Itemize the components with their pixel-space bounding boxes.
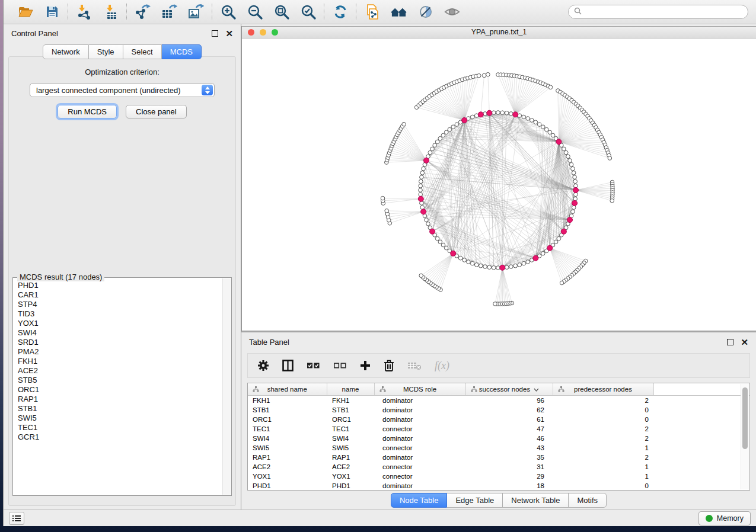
minimize-window-icon[interactable] xyxy=(260,29,266,36)
network-canvas[interactable] xyxy=(242,39,756,331)
table-row[interactable]: SWI4SWI4dominator462 xyxy=(248,434,749,443)
column-header-predecessor-nodes[interactable]: predecessor nodes xyxy=(553,383,653,396)
cell-name: ORC1 xyxy=(327,415,374,424)
criterion-dropdown[interactable]: largest connected component (undirected) xyxy=(30,83,215,97)
float-table-panel-icon[interactable] xyxy=(727,339,733,345)
close-panel-icon[interactable]: ✕ xyxy=(225,29,233,38)
cell-filler xyxy=(653,396,749,406)
table-row[interactable]: YOX1YOX1connector291 xyxy=(248,472,749,481)
cell-mcds-role: connector xyxy=(374,472,465,481)
zoom-out-icon[interactable] xyxy=(247,4,263,20)
deselect-all-rows-icon[interactable] xyxy=(333,361,347,370)
node-table-grid[interactable]: shared namenameMCDS rolesuccessor nodesp… xyxy=(248,383,749,491)
tab-motifs[interactable]: Motifs xyxy=(569,493,607,508)
table-row[interactable]: PHD1PHD1dominator180 xyxy=(248,481,749,491)
mcds-result-item[interactable]: GCR1 xyxy=(18,432,222,442)
mcds-result-item[interactable]: ACE2 xyxy=(18,366,222,376)
table-row[interactable]: ACE2ACE2connector311 xyxy=(248,462,749,472)
mcds-result-item[interactable]: STP4 xyxy=(18,300,222,309)
cell-predecessor-nodes: 1 xyxy=(553,462,653,472)
export-table-icon[interactable] xyxy=(161,4,177,20)
task-history-button[interactable] xyxy=(9,512,24,525)
cell-predecessor-nodes: 0 xyxy=(553,405,653,415)
import-network-icon[interactable] xyxy=(76,4,92,20)
select-all-rows-icon[interactable] xyxy=(307,361,320,370)
refresh-view-icon[interactable] xyxy=(332,4,348,20)
tab-node-table[interactable]: Node Table xyxy=(391,493,448,508)
zoom-in-icon[interactable] xyxy=(220,4,236,20)
save-session-icon[interactable] xyxy=(44,4,60,20)
search-box[interactable] xyxy=(568,5,748,19)
tab-style[interactable]: Style xyxy=(89,44,123,59)
hide-graphics-details-icon[interactable] xyxy=(417,4,433,20)
mcds-result-scrollbar[interactable] xyxy=(222,278,231,495)
column-header-shared-name[interactable]: shared name xyxy=(248,383,327,396)
float-panel-icon[interactable] xyxy=(212,30,218,37)
network-window: YPA_prune.txt_1 xyxy=(241,26,756,331)
main-toolbar xyxy=(4,0,756,24)
network-window-titlebar[interactable]: YPA_prune.txt_1 xyxy=(242,27,756,39)
mcds-result-item[interactable]: SRD1 xyxy=(18,338,222,347)
mcds-result-item[interactable]: SWI5 xyxy=(18,414,222,423)
mcds-result-item[interactable]: STB5 xyxy=(18,376,222,385)
export-image-icon[interactable] xyxy=(188,4,204,20)
tab-mcds[interactable]: MCDS xyxy=(162,44,202,59)
table-row[interactable]: FKH1FKH1dominator962 xyxy=(248,396,749,406)
export-network-icon[interactable] xyxy=(135,4,151,20)
cell-name: ACE2 xyxy=(327,462,374,472)
close-table-panel-icon[interactable]: ✕ xyxy=(741,338,748,347)
memory-button[interactable]: Memory xyxy=(698,511,751,525)
cell-mcds-role: dominator xyxy=(374,453,465,462)
table-scrollbar-thumb[interactable] xyxy=(742,387,748,449)
mcds-result-item[interactable]: TEC1 xyxy=(18,423,222,432)
tab-network-table[interactable]: Network Table xyxy=(503,493,569,508)
cell-predecessor-nodes: 2 xyxy=(553,396,653,406)
network-home-icon[interactable] xyxy=(391,4,407,20)
cell-predecessor-nodes: 0 xyxy=(553,415,653,424)
network-view[interactable] xyxy=(242,39,756,331)
mcds-result-item[interactable]: PHD1 xyxy=(18,281,222,290)
table-scrollbar[interactable] xyxy=(741,384,749,489)
show-graphics-details-icon[interactable] xyxy=(444,4,460,20)
mcds-result-item[interactable]: FKH1 xyxy=(18,357,222,366)
open-session-icon[interactable] xyxy=(17,4,33,20)
table-settings-icon[interactable] xyxy=(257,360,269,371)
mcds-result-item[interactable]: RAP1 xyxy=(18,395,222,404)
mcds-result-item[interactable]: TID3 xyxy=(18,309,222,319)
run-mcds-button[interactable]: Run MCDS xyxy=(58,105,117,118)
mcds-result-item[interactable]: CAR1 xyxy=(18,290,222,300)
mcds-result-item[interactable]: ORC1 xyxy=(18,385,222,395)
toolbar-icons xyxy=(9,4,468,20)
mcds-result-item[interactable]: PMA2 xyxy=(18,347,222,357)
table-row[interactable]: TEC1TEC1connector472 xyxy=(248,424,749,434)
mcds-result-list[interactable]: PHD1CAR1STP4TID3YOX1SWI4SRD1PMA2FKH1ACE2… xyxy=(14,279,222,495)
mcds-result-item[interactable]: YOX1 xyxy=(18,319,222,328)
tab-select[interactable]: Select xyxy=(123,44,162,59)
clone-network-icon[interactable] xyxy=(364,4,380,20)
table-row[interactable]: ORC1ORC1dominator610 xyxy=(248,415,749,424)
column-header-successor-nodes[interactable]: successor nodes xyxy=(465,383,553,396)
tab-network[interactable]: Network xyxy=(43,44,89,59)
import-table-icon[interactable] xyxy=(103,4,119,20)
cell-shared-name: ORC1 xyxy=(248,415,327,424)
table-row[interactable]: STB1STB1dominator620 xyxy=(248,405,749,415)
add-row-icon[interactable] xyxy=(360,360,371,371)
show-columns-icon[interactable] xyxy=(282,360,294,371)
mcds-result-item[interactable]: STB1 xyxy=(18,404,222,414)
delete-selected-rows-icon[interactable] xyxy=(384,360,394,371)
tab-edge-table[interactable]: Edge Table xyxy=(447,493,503,508)
zoom-selected-icon[interactable] xyxy=(300,4,316,20)
table-row[interactable]: RAP1RAP1dominator352 xyxy=(248,453,749,462)
mcds-result-item[interactable]: SWI4 xyxy=(18,328,222,338)
zoom-fit-icon[interactable] xyxy=(273,4,289,20)
close-window-icon[interactable] xyxy=(248,29,254,36)
toolbar-group xyxy=(356,4,468,20)
column-header-mcds-role[interactable]: MCDS role xyxy=(374,383,465,396)
table-row[interactable]: SWI5SWI5connector431 xyxy=(248,443,749,453)
search-input[interactable] xyxy=(585,7,742,17)
toolbar-group xyxy=(324,4,356,20)
close-panel-button[interactable]: Close panel xyxy=(126,105,187,118)
control-panel-header: Control Panel ✕ xyxy=(4,24,241,42)
maximize-window-icon[interactable] xyxy=(272,29,278,36)
column-header-name[interactable]: name xyxy=(327,383,374,396)
